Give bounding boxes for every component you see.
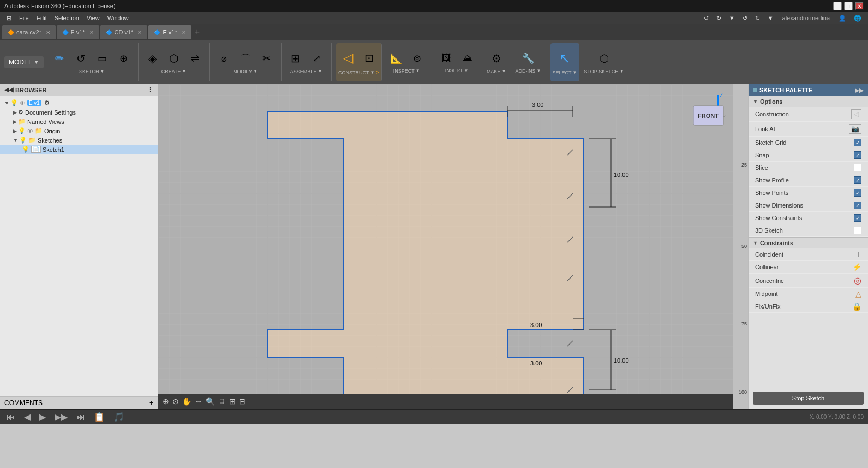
slice-checkbox[interactable] (854, 164, 861, 171)
show-points-checkbox[interactable]: ✓ (854, 189, 861, 197)
midpoint-icon[interactable]: △ (855, 289, 861, 298)
new-tab-button[interactable]: + (193, 27, 202, 37)
tab-cdv1-close[interactable]: ✕ (137, 29, 142, 35)
construct-dropdown-arrow[interactable]: ▼ (370, 70, 374, 75)
tree-origin-eye-icon[interactable]: 👁 (27, 128, 33, 134)
tab-ev1-close[interactable]: ✕ (182, 29, 186, 35)
tree-item-named-views[interactable]: ▶ 📁 Named Views (0, 117, 158, 126)
sketch-undo-button[interactable]: ↺ (71, 50, 91, 67)
tab-cara-close[interactable]: ✕ (46, 29, 50, 35)
show-constraints-checkbox[interactable]: ✓ (854, 214, 861, 222)
tree-item-root[interactable]: ▼ 💡 👁 E v1 ⚙ (0, 98, 158, 108)
network-icon[interactable]: 🌐 (851, 14, 865, 23)
snap-checkbox[interactable]: ✓ (854, 151, 861, 159)
look-at-icon[interactable]: 📷 (849, 124, 861, 134)
tree-named-views-arrow[interactable]: ▶ (13, 119, 17, 125)
browser-options-icon[interactable]: ⋮ (147, 86, 153, 93)
status-play-button[interactable]: ▶ (37, 411, 48, 423)
apps-grid-icon[interactable]: ⊞ (3, 14, 15, 23)
create-sweep-button[interactable]: ⇌ (185, 51, 205, 66)
redo-dropdown[interactable]: ▼ (764, 14, 777, 22)
palette-expand-icon[interactable]: ▶▶ (855, 87, 864, 93)
sketch-circle-button[interactable]: ⊕ (114, 51, 134, 66)
inspect-section-button[interactable]: ⊚ (408, 51, 427, 66)
construction-icon[interactable]: ◁ (851, 109, 861, 119)
sketch-create-button[interactable]: ✏ (50, 50, 70, 67)
status-first-button[interactable]: ⏮ (4, 411, 17, 423)
assemble-joint-button[interactable]: ⤢ (307, 51, 327, 66)
display-icon[interactable]: 🖥 (218, 397, 226, 406)
tree-item-origin[interactable]: ▶ 💡 👁 📁 Origin (0, 126, 158, 135)
modify-shell-button[interactable]: ✂ (257, 51, 277, 66)
menu-file[interactable]: File (16, 14, 32, 22)
modify-dropdown-arrow[interactable]: ▼ (253, 69, 258, 74)
collinear-icon[interactable]: ⚡ (852, 263, 861, 271)
tree-item-sketch1[interactable]: 💡 📄 Sketch1 (0, 145, 158, 154)
concentric-icon[interactable]: ◎ (854, 275, 861, 286)
status-prev-button[interactable]: ◀ (22, 411, 33, 423)
inspect-dropdown-arrow[interactable]: ▼ (416, 68, 420, 73)
create-extrude-button[interactable]: ◈ (143, 50, 163, 67)
show-dimensions-checkbox[interactable]: ✓ (854, 202, 861, 209)
tree-item-sketches[interactable]: ▼ 💡 📁 Sketches (0, 135, 158, 145)
create-revolve-button[interactable]: ⬡ (164, 50, 184, 67)
construct-axis-button[interactable]: ⊡ (360, 50, 379, 66)
fix-unfix-icon[interactable]: 🔒 (852, 302, 861, 311)
stop-sketch-dropdown-arrow[interactable]: ▼ (620, 69, 624, 74)
tab-fv1[interactable]: 🔷 F v1* ✕ (57, 25, 99, 39)
model-dropdown[interactable]: MODEL ▼ (4, 56, 44, 68)
status-play-fast-button[interactable]: ▶▶ (52, 411, 70, 423)
menu-edit[interactable]: Edit (33, 14, 50, 22)
addins-button[interactable]: 🔧 (518, 51, 538, 66)
make-dropdown-arrow[interactable]: ▼ (501, 69, 506, 74)
orbit-icon[interactable]: ↔ (195, 397, 202, 406)
coincident-icon[interactable]: ⊥ (855, 250, 861, 259)
tab-cara[interactable]: 🔶 cara.cv2* ✕ (2, 25, 56, 39)
sketch-dropdown-arrow[interactable]: ▼ (100, 69, 104, 74)
sketch-grid-checkbox[interactable]: ✓ (854, 139, 861, 146)
redo2-button[interactable]: ↻ (752, 14, 763, 23)
snap-settings-icon[interactable]: ⊕ (163, 397, 169, 406)
palette-constraints-header[interactable]: ▼ Constraints (749, 238, 868, 248)
grid-icon[interactable]: ⊙ (172, 397, 179, 406)
assemble-new-component-button[interactable]: ⊞ (286, 50, 306, 67)
3d-sketch-checkbox[interactable] (854, 227, 861, 234)
modify-fillet-button[interactable]: ⌒ (236, 50, 255, 67)
tree-root-eye-icon[interactable]: 👁 (20, 100, 26, 106)
inspect-measure-button[interactable]: 📐 (386, 51, 406, 66)
select-button[interactable]: ↖ (555, 49, 574, 68)
menu-window[interactable]: Window (104, 14, 132, 22)
assemble-dropdown-arrow[interactable]: ▼ (318, 69, 322, 74)
grid-settings-icon[interactable]: ⊞ (229, 397, 236, 406)
tree-doc-settings-arrow[interactable]: ▶ (13, 110, 17, 115)
tree-item-doc-settings[interactable]: ▶ ⚙ Document Settings (0, 108, 158, 117)
menu-view[interactable]: View (83, 14, 103, 22)
construct-plane-button[interactable]: ◁ (338, 49, 358, 67)
sketch-rect-button[interactable]: ▭ (93, 51, 112, 66)
undo-button[interactable]: ↺ (701, 14, 712, 23)
menu-selection[interactable]: Selection (51, 14, 82, 22)
minimize-button[interactable]: — (833, 2, 842, 10)
addins-dropdown-arrow[interactable]: ▼ (537, 68, 541, 73)
status-music-button[interactable]: 🎵 (111, 411, 127, 423)
tree-root-expand-arrow[interactable]: ▼ (4, 100, 9, 106)
tab-ev1[interactable]: 🔷 E v1* ✕ (148, 25, 191, 39)
redo-button[interactable]: ↻ (713, 14, 725, 23)
insert-svg-button[interactable]: ⛰ (458, 51, 477, 66)
tab-cdv1[interactable]: 🔷 CD v1* ✕ (100, 25, 148, 39)
view-cube-icon[interactable]: ⊟ (239, 397, 246, 406)
tab-fv1-close[interactable]: ✕ (89, 29, 94, 35)
insert-canvas-button[interactable]: 🖼 (436, 51, 456, 66)
tree-origin-arrow[interactable]: ▶ (13, 128, 17, 134)
tree-sketches-arrow[interactable]: ▼ (13, 138, 18, 143)
stop-sketch-palette-button[interactable]: Stop Sketch (753, 392, 864, 405)
pan-icon[interactable]: ✋ (182, 397, 191, 406)
user-icon[interactable]: 👤 (835, 14, 849, 23)
view-cube[interactable]: Z FRONT (677, 90, 726, 133)
create-dropdown-arrow[interactable]: ▼ (182, 69, 187, 74)
browser-collapse-arrow[interactable]: ◀◀ (4, 86, 13, 93)
status-record-button[interactable]: 📋 (92, 411, 107, 423)
close-button[interactable]: ✕ (855, 2, 864, 10)
comments-add-icon[interactable]: + (149, 399, 153, 407)
tree-root-settings-icon[interactable]: ⚙ (44, 99, 50, 106)
